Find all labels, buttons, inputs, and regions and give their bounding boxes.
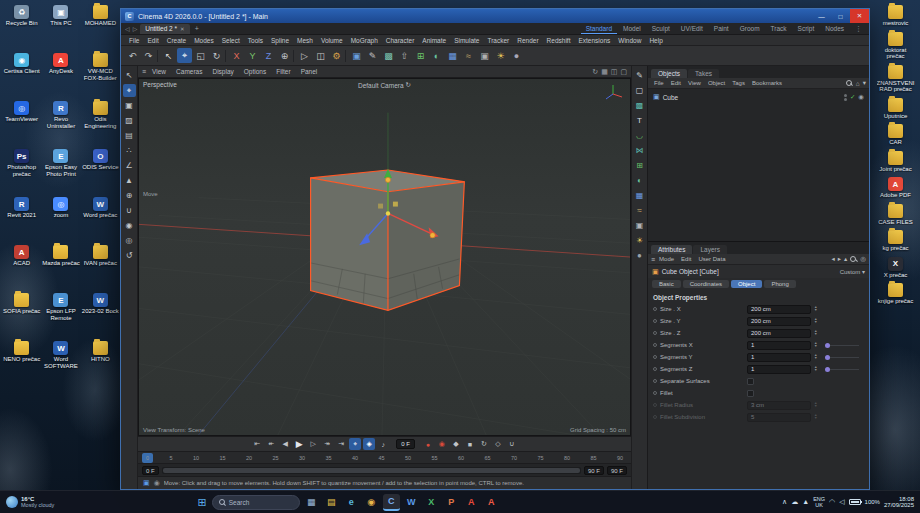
menu-item[interactable]: Window — [614, 37, 645, 44]
desktop-icon[interactable]: HITNO — [81, 338, 120, 386]
toolbar-icon[interactable]: ↖ — [161, 48, 176, 63]
attribute-tab-chip[interactable]: Phong — [764, 280, 795, 288]
left-tool-icon[interactable]: ∴ — [123, 144, 136, 157]
toolbar-icon[interactable]: ☀ — [493, 48, 508, 63]
stepper-icon[interactable] — [814, 414, 817, 420]
range-end-field[interactable]: 90 F — [584, 466, 604, 475]
battery-icon[interactable] — [849, 499, 861, 505]
toolbar-icon[interactable]: ◫ — [313, 48, 328, 63]
nav-back-icon[interactable]: ◁ — [125, 25, 130, 32]
menu-item[interactable]: Mesh — [293, 37, 317, 44]
right-tool-icon[interactable]: ⊞ — [633, 159, 646, 172]
close-button[interactable]: ✕ — [850, 9, 869, 23]
left-tool-icon[interactable]: ▲ — [123, 174, 136, 187]
toolbar-icon[interactable] — [225, 50, 228, 62]
animation-dot-icon[interactable] — [653, 415, 657, 419]
record-toolbar-icon[interactable]: ↻ — [478, 438, 490, 450]
attribute-mode-item[interactable]: User Data — [695, 256, 728, 262]
right-tool-icon[interactable]: ▢ — [633, 84, 646, 97]
left-tool-icon[interactable]: ◉ — [123, 219, 136, 232]
toolbar-icon[interactable] — [345, 50, 348, 62]
tab-close-icon[interactable]: ✕ — [180, 26, 185, 32]
objects-menu-item[interactable]: Tags — [729, 80, 748, 86]
taskbar-app-icon[interactable]: ▦ — [303, 494, 320, 511]
search-input[interactable]: Search — [212, 495, 300, 510]
transport-icon[interactable]: ♪ — [377, 438, 389, 450]
stepper-icon[interactable] — [814, 402, 817, 408]
objects-menu-item[interactable]: Bookmarks — [749, 80, 785, 86]
attribute-value-field[interactable]: 1 — [747, 365, 811, 374]
toolbar-icon[interactable]: ◐ — [429, 48, 444, 63]
toolbar-icon[interactable] — [293, 50, 296, 62]
right-tool-icon[interactable]: T — [633, 114, 646, 127]
stepper-icon[interactable] — [814, 354, 817, 360]
desktop-icon[interactable]: IVAN prečac — [81, 242, 120, 290]
desktop-icon[interactable]: E Epson LFP Remote — [41, 290, 80, 338]
right-tool-icon[interactable]: ▣ — [633, 219, 646, 232]
layout-tab[interactable]: Script — [793, 24, 820, 33]
transport-icon[interactable]: ↞ — [265, 438, 277, 450]
object-name[interactable]: Cube — [663, 94, 679, 101]
viewport-menu-item[interactable]: Cameras — [172, 68, 206, 75]
viewport-control-icon[interactable]: ▦ — [601, 68, 608, 76]
segment-slider[interactable] — [825, 369, 859, 370]
language-indicator[interactable]: ENG UK — [813, 496, 825, 508]
viewport-menu-item[interactable]: Panel — [297, 68, 322, 75]
right-tool-icon[interactable]: ▦ — [633, 189, 646, 202]
attribute-value-field[interactable]: 3 cm — [747, 401, 811, 410]
toolbar-icon[interactable]: ⚙ — [329, 48, 344, 63]
stepper-icon[interactable] — [814, 306, 817, 312]
toolbar-icon[interactable]: ✎ — [365, 48, 380, 63]
pin-icon[interactable]: ◎ — [860, 255, 866, 263]
right-tool-icon[interactable]: ● — [633, 249, 646, 262]
desktop-icon[interactable]: E Epson Easy Photo Print — [41, 146, 80, 194]
animation-dot-icon[interactable] — [653, 319, 657, 323]
nav-forward-icon[interactable]: ▸ — [838, 255, 841, 263]
desktop-icon[interactable]: R Revo Uninstaller — [41, 98, 80, 146]
objects-menu-item[interactable]: Object — [705, 80, 728, 86]
layout-tab[interactable]: Sculpt — [647, 24, 675, 33]
desktop-icon[interactable]: W Word prečac — [81, 194, 120, 242]
desktop-icon[interactable]: mestrovic — [872, 2, 919, 27]
range-slider[interactable] — [162, 467, 581, 474]
taskbar-app-icon[interactable]: ◉ — [363, 494, 380, 511]
desktop-icon[interactable]: Uputnice — [872, 95, 919, 120]
taskbar-app-icon[interactable]: P — [443, 494, 460, 511]
toolbar-icon[interactable]: ▷ — [297, 48, 312, 63]
visibility-dots-icon[interactable] — [844, 94, 847, 101]
toolbar-icon[interactable]: ▣ — [477, 48, 492, 63]
attribute-value-field[interactable]: 1 — [747, 341, 811, 350]
left-tool-icon[interactable]: ∪ — [123, 204, 136, 217]
toolbar-icon[interactable]: ↷ — [141, 48, 156, 63]
transport-icon[interactable]: ▷ — [307, 438, 319, 450]
desktop-icon[interactable]: Odis Engineering — [81, 98, 120, 146]
desktop-icon[interactable]: ◎ TeamViewer — [2, 98, 41, 146]
phong-tag-icon[interactable]: ◉ — [858, 93, 864, 101]
toolbar-icon[interactable]: ↶ — [125, 48, 140, 63]
desktop-icon[interactable]: X X prečac — [872, 254, 919, 279]
menu-item[interactable]: Modes — [190, 37, 218, 44]
left-tool-icon[interactable]: ↺ — [123, 249, 136, 262]
animation-dot-icon[interactable] — [653, 391, 657, 395]
record-toolbar-icon[interactable]: ◇ — [492, 438, 504, 450]
toolbar-icon[interactable]: ⇧ — [397, 48, 412, 63]
attribute-value-field[interactable]: 200 cm — [747, 305, 811, 314]
range-start-field[interactable]: 0 F — [142, 466, 159, 475]
taskbar-app-icon[interactable]: X — [423, 494, 440, 511]
desktop-icon[interactable]: A Adobe PDF — [872, 174, 919, 199]
search-icon[interactable] — [850, 256, 857, 263]
layout-tab[interactable]: UV/Edit — [676, 24, 708, 33]
menu-item[interactable]: Tools — [244, 37, 267, 44]
desktop-icon[interactable]: ▣ This PC — [41, 2, 80, 50]
home-icon[interactable]: ⌂ — [856, 80, 860, 87]
toolbar-icon[interactable]: ◱ — [193, 48, 208, 63]
attribute-tab-chip[interactable]: Object — [731, 280, 762, 288]
desktop-icon[interactable]: doktorat prečac — [872, 29, 919, 60]
attribute-value-field[interactable]: 1 — [747, 353, 811, 362]
attribute-tab-chip[interactable]: Basic — [652, 280, 681, 288]
viewport-3d-scene[interactable] — [139, 79, 630, 435]
range-total-field[interactable]: 90 F — [607, 466, 627, 475]
toolbar-icon[interactable]: ⊞ — [413, 48, 428, 63]
attribute-mode-item[interactable]: Mode — [656, 256, 677, 262]
animation-dot-icon[interactable] — [653, 331, 657, 335]
